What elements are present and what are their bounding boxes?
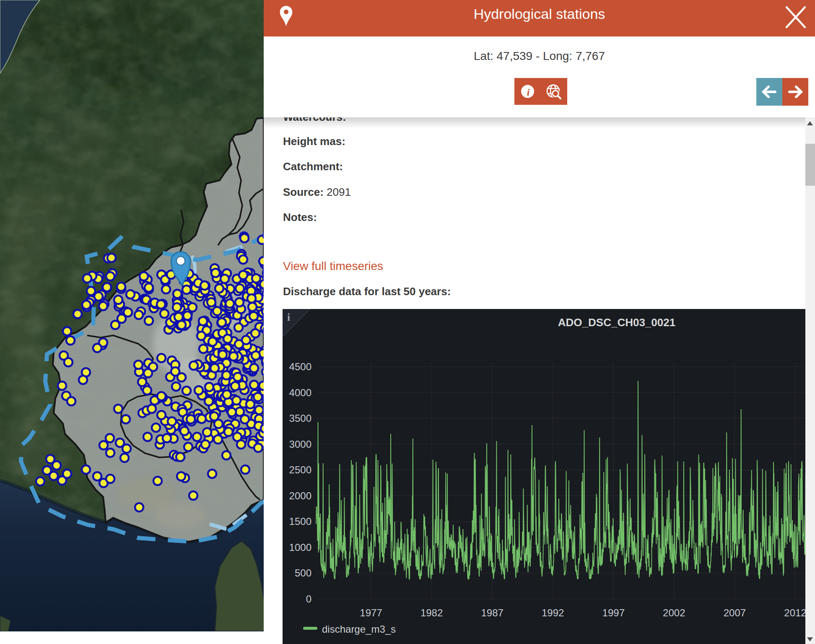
svg-text:4500: 4500 [289, 361, 311, 372]
svg-text:0: 0 [306, 593, 311, 605]
svg-text:1997: 1997 [602, 607, 625, 618]
svg-text:i: i [287, 312, 290, 323]
svg-text:1500: 1500 [289, 516, 311, 527]
svg-text:1977: 1977 [360, 607, 382, 618]
svg-text:ADO_DSC_CH03_0021: ADO_DSC_CH03_0021 [558, 316, 675, 329]
svg-text:2500: 2500 [289, 464, 311, 475]
svg-text:4000: 4000 [289, 387, 311, 398]
svg-text:1982: 1982 [420, 607, 443, 618]
svg-text:500: 500 [295, 567, 311, 579]
svg-text:2012: 2012 [784, 607, 805, 618]
svg-text:discharge_m3_s: discharge_m3_s [322, 623, 396, 635]
svg-text:1000: 1000 [289, 542, 311, 553]
svg-text:2007: 2007 [724, 607, 746, 618]
svg-text:2000: 2000 [289, 490, 311, 501]
svg-text:2002: 2002 [663, 607, 685, 618]
svg-text:3000: 3000 [289, 439, 311, 450]
svg-text:i: i [527, 87, 530, 98]
svg-text:3500: 3500 [289, 413, 311, 424]
svg-text:1987: 1987 [481, 607, 504, 618]
svg-text:1992: 1992 [542, 607, 564, 618]
